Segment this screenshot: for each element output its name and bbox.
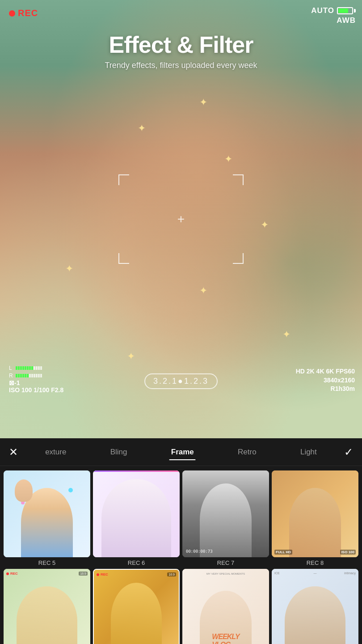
filter-thumb-rec10: REC 16:9	[93, 569, 180, 644]
rec7-timer: 00:00:00:73	[186, 549, 213, 554]
filter-item-rec8[interactable]: FULL HD ISO 100 REC 8	[272, 470, 358, 566]
filter-thumb-rec6	[93, 470, 180, 557]
rec6-gradient-bar	[93, 470, 180, 472]
filter-item-vlog[interactable]: MY VERY SPECIAL MOMENTS WEEKLYVLOG Vlog	[182, 569, 269, 644]
rec-label: REC	[18, 8, 38, 18]
awb-label: AWB	[337, 16, 356, 25]
camera-viewfinder: REC AUTO AWB Effect & Filter Trendy effe…	[0, 0, 362, 438]
filter-item-rec7[interactable]: 00:00:00:73 REC 7	[182, 470, 269, 566]
vlog-top-text: MY VERY SPECIAL MOMENTS	[206, 572, 245, 575]
exposure-value: ⊠-1	[9, 379, 63, 386]
audio-r-label: R	[9, 373, 14, 379]
quality-size: 3840x2160	[296, 376, 355, 385]
top-right-hud: AUTO AWB	[311, 6, 356, 25]
counter-text: 3.2.1●1.2.3	[153, 377, 209, 386]
tab-texture[interactable]: exture	[43, 444, 68, 460]
tab-bling[interactable]: Bling	[109, 444, 129, 460]
counter-box: 3.2.1●1.2.3	[144, 373, 218, 389]
rec8-fullhd: FULL HD	[274, 550, 292, 555]
rec8-iso: ISO 100	[340, 550, 356, 555]
filter-thumb-rec5	[4, 470, 90, 557]
filter-thumb-rec9: REC 16:9 AUTO	[4, 569, 90, 644]
battery-icon	[337, 7, 356, 14]
close-button[interactable]: ✕	[4, 442, 23, 462]
confirm-button[interactable]: ✓	[339, 442, 358, 462]
filter-item-rec5[interactable]: REC 5	[4, 470, 90, 566]
tabs-scroll: exture Bling Frame Retro Light	[23, 444, 339, 460]
filter-thumb-rec8: FULL HD ISO 100	[272, 470, 358, 557]
filter-thumb-vlog: MY VERY SPECIAL MOMENTS WEEKLYVLOG	[182, 569, 269, 644]
main-title: Effect & Filter	[0, 31, 362, 58]
quality-time: R1h30m	[296, 385, 355, 394]
filter-thumb-diary: ICE intimacy —	[272, 569, 358, 644]
vlog-main-text: WEEKLYVLOG	[212, 633, 239, 644]
filter-item-rec9[interactable]: REC 16:9 AUTO REC 9	[4, 569, 90, 644]
category-tabs: ✕ exture Bling Frame Retro Light ✓	[0, 438, 362, 466]
rec9-hud: REC 16:9	[6, 572, 88, 576]
corner-tr	[233, 174, 244, 185]
sub-title: Trendy effects, filters uploaded every w…	[0, 61, 362, 70]
iso-value: ISO 100 1/100 F2.8	[9, 386, 63, 394]
tab-light[interactable]: Light	[299, 444, 319, 460]
filter-thumb-rec7: 00:00:00:73	[182, 470, 269, 557]
filter-label-rec8: REC 8	[307, 559, 324, 566]
filter-item-diary[interactable]: ICE intimacy — Diary	[272, 569, 358, 644]
filter-item-rec6[interactable]: REC 6	[93, 470, 180, 566]
quality-resolution: HD 2K 4K 6K FPS60	[296, 367, 355, 376]
filter-label-rec6: REC 6	[128, 559, 145, 566]
audio-l-label: L	[9, 365, 14, 371]
filter-grid: REC 5 REC 6 00:00:00:73 REC 7	[0, 466, 362, 644]
quality-info: HD 2K 4K 6K FPS60 3840x2160 R1h30m	[296, 367, 355, 394]
filter-item-rec10[interactable]: REC 16:9 REC 10	[93, 569, 180, 644]
exposure-info: ⊠-1 ISO 100 1/100 F2.8	[9, 379, 63, 394]
audio-levels: L R	[9, 365, 42, 380]
tab-frame[interactable]: Frame	[169, 444, 196, 460]
rec-indicator: REC	[9, 8, 38, 18]
tab-retro[interactable]: Retro	[236, 444, 258, 460]
corner-bl	[118, 253, 129, 264]
filter-label-rec7: REC 7	[217, 559, 234, 566]
title-overlay: Effect & Filter Trendy effects, filters …	[0, 31, 362, 70]
auto-label: AUTO	[311, 6, 334, 15]
corner-br	[233, 253, 244, 264]
rec-dot	[9, 10, 15, 17]
filter-label-rec5: REC 5	[38, 559, 55, 566]
crosshair: +	[177, 212, 185, 226]
corner-tl	[118, 174, 129, 185]
bottom-panel: ✕ exture Bling Frame Retro Light ✓	[0, 438, 362, 644]
